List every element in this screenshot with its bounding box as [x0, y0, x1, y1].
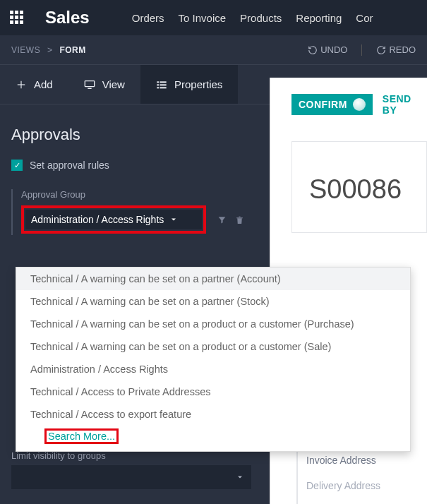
- approval-config: Approval Group Administration / Access R…: [11, 189, 257, 235]
- redo-button[interactable]: REDO: [376, 44, 416, 55]
- approval-group-dropdown: Technical / A warning can be set on a pa…: [16, 267, 411, 452]
- limit-visibility-label: Limit visibility to groups: [11, 450, 251, 461]
- secondary-bar: VIEWS > FORM UNDO REDO: [0, 35, 427, 65]
- checkbox-checked-icon[interactable]: ✓: [11, 160, 23, 171]
- nav-to-invoice[interactable]: To Invoice: [179, 12, 227, 24]
- monitor-icon: [84, 79, 95, 90]
- tab-properties-label: Properties: [174, 78, 222, 90]
- dropdown-option[interactable]: Administration / Access Rights: [16, 358, 410, 380]
- redo-icon: [376, 45, 386, 55]
- undo-redo-group: UNDO REDO: [308, 44, 416, 56]
- dropdown-option[interactable]: Technical / A warning can be set on a pa…: [16, 290, 410, 313]
- breadcrumb: VIEWS > FORM: [11, 45, 86, 55]
- nav-reporting[interactable]: Reporting: [296, 12, 342, 24]
- tab-add-label: Add: [34, 78, 53, 90]
- chevron-down-icon: [236, 473, 244, 481]
- tab-add[interactable]: Add: [0, 65, 68, 104]
- filter-icon[interactable]: [217, 215, 227, 225]
- list-icon: [156, 79, 167, 90]
- panel-title: Approvals: [11, 126, 257, 144]
- svg-rect-5: [160, 84, 166, 85]
- dropdown-option[interactable]: Technical / A warning can be set on a pr…: [16, 335, 410, 358]
- breadcrumb-current: FORM: [59, 45, 85, 55]
- dropdown-option[interactable]: Technical / A warning can be set on a pr…: [16, 313, 410, 335]
- svg-rect-4: [157, 84, 159, 85]
- tab-view-label: View: [102, 78, 125, 90]
- approval-group-select[interactable]: Administration / Access Rights: [25, 210, 202, 229]
- approval-group-tools: [217, 215, 244, 225]
- confirm-button[interactable]: CONFIRM: [291, 94, 373, 115]
- approval-indicator-icon: [353, 98, 366, 111]
- document-number: S00086: [309, 174, 426, 205]
- app-title: Sales: [45, 8, 90, 28]
- tab-properties[interactable]: Properties: [140, 65, 238, 104]
- svg-rect-2: [157, 81, 159, 83]
- dropdown-option[interactable]: Technical / Access to export feature: [16, 403, 410, 426]
- undo-icon: [308, 45, 318, 55]
- limit-visibility-section: Limit visibility to groups: [11, 450, 251, 489]
- properties-panel: Approvals ✓ Set approval rules Approval …: [0, 104, 268, 246]
- svg-rect-6: [157, 87, 159, 88]
- breadcrumb-root[interactable]: VIEWS: [11, 45, 40, 55]
- plus-icon: [16, 79, 27, 90]
- top-nav: Orders To Invoice Products Reporting Cor: [132, 12, 373, 24]
- dropdown-option[interactable]: Technical / Access to Private Addresses: [16, 380, 410, 403]
- trash-icon[interactable]: [235, 215, 244, 225]
- address-fields: Invoice Address Delivery Address: [296, 448, 380, 504]
- confirm-label: CONFIRM: [299, 99, 347, 110]
- chevron-down-icon: [169, 215, 178, 224]
- dropdown-option[interactable]: Technical / A warning can be set on a pa…: [16, 268, 410, 290]
- undo-button[interactable]: UNDO: [308, 44, 347, 55]
- search-more-link[interactable]: Search More...: [48, 431, 115, 442]
- svg-rect-0: [85, 80, 94, 86]
- apps-icon[interactable]: [10, 11, 24, 25]
- top-bar: Sales Orders To Invoice Products Reporti…: [0, 0, 427, 35]
- set-approval-rules-label: Set approval rules: [30, 160, 109, 171]
- approval-group-label: Approval Group: [21, 189, 257, 200]
- nav-products[interactable]: Products: [240, 12, 282, 24]
- highlight-marker: Administration / Access Rights: [21, 205, 206, 234]
- undo-label: UNDO: [320, 44, 347, 55]
- nav-configuration[interactable]: Cor: [356, 12, 373, 24]
- limit-visibility-select[interactable]: [11, 465, 251, 489]
- breadcrumb-sep: >: [47, 45, 53, 55]
- set-approval-rules-row[interactable]: ✓ Set approval rules: [11, 160, 257, 171]
- send-by-button[interactable]: SEND BY: [383, 93, 416, 116]
- document-card: S00086: [291, 141, 427, 233]
- tab-view[interactable]: View: [68, 65, 140, 104]
- redo-label: REDO: [389, 44, 416, 55]
- svg-rect-3: [160, 81, 166, 83]
- form-header: CONFIRM SEND BY: [270, 78, 427, 116]
- delivery-address-label: Delivery Address: [306, 473, 380, 498]
- highlight-marker: Search More...: [44, 428, 119, 444]
- nav-orders[interactable]: Orders: [132, 12, 164, 24]
- svg-rect-7: [160, 87, 166, 88]
- approval-group-value: Administration / Access Rights: [31, 214, 164, 225]
- divider: [361, 44, 362, 56]
